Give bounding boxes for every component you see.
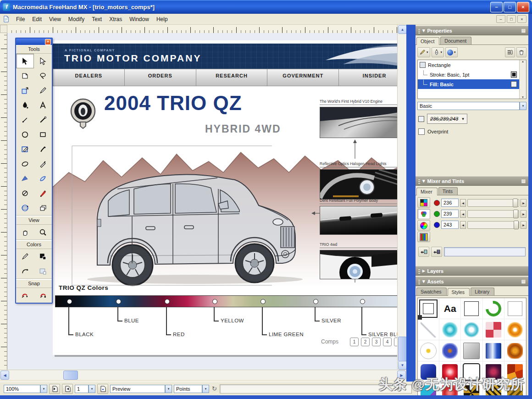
doc-minimize-button[interactable]: –: [496, 15, 505, 23]
horizontal-scroll-thumb[interactable]: [63, 371, 78, 380]
style-swatch[interactable]: [461, 298, 482, 319]
blue-increment-button[interactable]: ▶: [521, 221, 526, 229]
snap-to-object-tool[interactable]: [34, 288, 52, 303]
rectangle-tool[interactable]: [34, 127, 52, 142]
tab-swatches[interactable]: Swatches: [416, 288, 447, 295]
zoom-tool[interactable]: [34, 225, 52, 239]
previous-page-button[interactable]: [49, 384, 60, 394]
perspective-tool[interactable]: [16, 171, 34, 186]
freeform-tool[interactable]: [16, 156, 34, 171]
scroll-down-button[interactable]: ▼: [398, 361, 407, 370]
horizontal-ruler[interactable]: [7, 25, 397, 33]
zoom-combo[interactable]: 100% ▾: [4, 385, 47, 393]
scroll-up-icon[interactable]: ▲: [521, 60, 524, 63]
doc-close-button[interactable]: ×: [517, 15, 526, 23]
bezigon-tool[interactable]: [34, 112, 52, 127]
blue-slider-track[interactable]: [467, 221, 519, 229]
tools-palette-titlebar[interactable]: ×: [16, 39, 52, 45]
tab-tints[interactable]: Tints: [438, 187, 458, 195]
scroll-down-icon[interactable]: ▼: [521, 96, 524, 99]
vertical-ruler[interactable]: [0, 33, 7, 370]
eraser-tool[interactable]: [16, 186, 34, 200]
blue-value-field[interactable]: 243: [441, 221, 459, 229]
clone-tool[interactable]: [34, 200, 52, 215]
restore-button[interactable]: □: [504, 2, 516, 12]
menu-file[interactable]: File: [12, 15, 28, 24]
page-tool[interactable]: [16, 68, 34, 83]
doc-restore-button[interactable]: □: [507, 15, 516, 23]
style-swatch[interactable]: [483, 319, 504, 340]
add-to-tints-button[interactable]: [431, 247, 442, 257]
add-to-swatches-button[interactable]: [418, 247, 429, 257]
subselect-tool[interactable]: [34, 54, 52, 68]
fill-type-button[interactable]: ▾: [445, 47, 458, 57]
stroke-type-button[interactable]: ▾: [417, 47, 430, 57]
add-effect-button[interactable]: [505, 47, 515, 57]
green-slider-track[interactable]: [467, 210, 519, 218]
style-swatch[interactable]: [504, 298, 526, 319]
tab-library[interactable]: Library: [471, 288, 494, 295]
object-row-rectangle[interactable]: Rectangle: [418, 60, 526, 70]
layers-panel-header[interactable]: ▸ Layers: [416, 266, 528, 276]
lasso-tool[interactable]: [34, 68, 52, 83]
vertical-scroll-thumb[interactable]: [398, 337, 407, 361]
refresh-icon[interactable]: ↻: [212, 385, 217, 392]
style-swatch[interactable]: [439, 319, 461, 340]
tools-close-button[interactable]: ×: [45, 39, 51, 45]
line-tool[interactable]: [16, 112, 34, 127]
tab-object[interactable]: Object: [416, 37, 439, 45]
style-swatch[interactable]: [418, 319, 439, 340]
menu-view[interactable]: View: [45, 15, 65, 24]
menu-xtras[interactable]: Xtras: [105, 15, 126, 24]
menu-modify[interactable]: Modify: [65, 15, 88, 24]
fill-color-swatch[interactable]: [34, 264, 52, 278]
green-decrement-button[interactable]: ◀: [460, 210, 466, 218]
ellipse-tool[interactable]: [16, 127, 34, 142]
object-list-scrollbar[interactable]: ▲ ▼: [519, 60, 526, 99]
vector-shape-tool[interactable]: [16, 142, 34, 156]
snap-to-point-tool[interactable]: [16, 288, 34, 303]
scale-tool[interactable]: [16, 83, 34, 98]
close-button[interactable]: ×: [517, 2, 529, 12]
text-tool[interactable]: [34, 98, 52, 112]
style-swatch[interactable]: [439, 340, 461, 361]
red-value-field[interactable]: 236: [441, 199, 459, 207]
view-mode-dropdown[interactable]: ▾: [165, 385, 172, 393]
fill-color-well[interactable]: 236,239,243 ▾: [427, 114, 467, 124]
cmyk-mode-button[interactable]: [417, 197, 430, 208]
tab-document[interactable]: Document: [440, 37, 471, 44]
knife-tool[interactable]: [34, 156, 52, 171]
rgb-mode-button[interactable]: [417, 209, 430, 219]
horizontal-scrollbar[interactable]: ◀ ▶: [0, 370, 406, 380]
fill-swatch-chip[interactable]: [418, 116, 424, 122]
style-swatch[interactable]: [461, 319, 482, 340]
style-swatch-selected[interactable]: [418, 298, 439, 319]
style-swatch[interactable]: [504, 340, 526, 361]
pointer-tool[interactable]: [16, 54, 34, 68]
view-mode-combo[interactable]: Preview ▾: [110, 385, 172, 393]
stroke-color-tool[interactable]: [16, 249, 34, 264]
scroll-left-button[interactable]: ◀: [0, 371, 9, 380]
fisheye-lens-tool[interactable]: [34, 171, 52, 186]
style-swatch-text[interactable]: Aa: [439, 298, 461, 319]
page-number-combo[interactable]: 1 ▾: [75, 385, 95, 393]
scroll-up-button[interactable]: ▲: [398, 25, 407, 34]
properties-panel-header[interactable]: ▾ Properties ▤: [416, 26, 528, 35]
crayon-tool[interactable]: [34, 186, 52, 200]
swap-colors-tool[interactable]: [16, 264, 34, 278]
blue-decrement-button[interactable]: ◀: [460, 221, 466, 229]
hls-mode-button[interactable]: [417, 220, 430, 231]
red-increment-button[interactable]: ▶: [521, 199, 526, 207]
red-slider-thumb[interactable]: [513, 199, 518, 207]
units-dropdown[interactable]: ▾: [202, 385, 209, 393]
menu-help[interactable]: Help: [153, 15, 172, 24]
tab-styles[interactable]: Styles: [448, 288, 470, 296]
fill-type-dropdown[interactable]: ▾: [520, 102, 526, 110]
style-swatch[interactable]: [418, 340, 439, 361]
rotate-tool[interactable]: [16, 200, 34, 215]
hand-tool[interactable]: [16, 225, 34, 239]
panel-options-icon[interactable]: ▤: [521, 28, 526, 33]
ink-bottle-tool[interactable]: [16, 98, 34, 112]
pen-tool[interactable]: [34, 83, 52, 98]
units-combo[interactable]: Points ▾: [174, 385, 209, 393]
